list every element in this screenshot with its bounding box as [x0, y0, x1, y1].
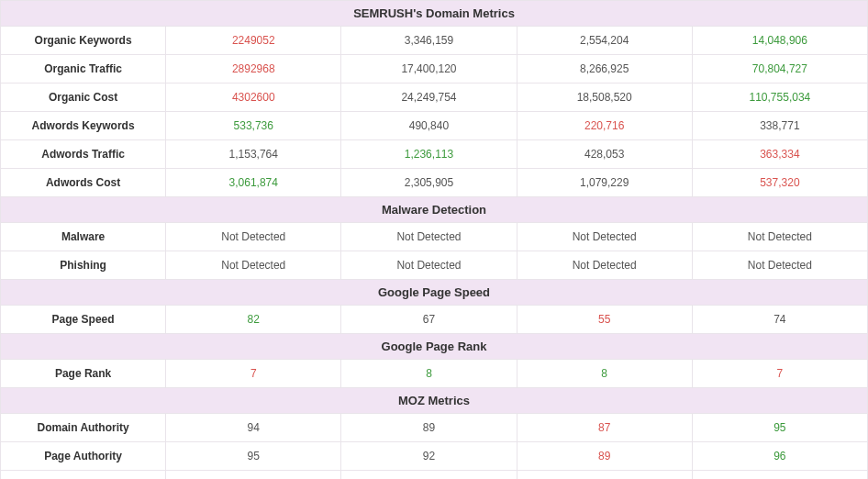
row-label: Page Speed: [1, 306, 166, 334]
row-label: Organic Cost: [1, 84, 166, 112]
metric-cell: 87: [517, 414, 692, 442]
metric-cell: 4302600: [166, 84, 341, 112]
metric-cell: 17,400,120: [341, 55, 517, 84]
metric-cell: Not Detected: [692, 223, 867, 251]
metric-cell: 24,249,754: [341, 84, 517, 112]
metric-cell: Not Detected: [517, 223, 692, 251]
metric-cell: 74: [692, 306, 867, 334]
section-header: Google Page Speed: [1, 280, 868, 306]
metric-cell: Not Detected: [341, 223, 517, 251]
metric-cell: Not Detected: [166, 223, 341, 251]
row-label: Page Authority: [1, 442, 166, 471]
table-row: Page Rank7887: [1, 360, 868, 388]
metric-cell: 18,508,520: [517, 84, 692, 112]
metric-cell: 67: [341, 306, 517, 334]
metric-cell: 363,334: [692, 140, 867, 169]
metric-cell: 7: [692, 360, 867, 388]
row-label: Organic Keywords: [1, 27, 166, 55]
section-header: SEMRUSH's Domain Metrics: [1, 1, 868, 27]
metric-cell: Not Detected: [341, 251, 517, 280]
metric-cell: 96: [692, 442, 867, 471]
metric-cell: 3,061,874: [166, 169, 341, 197]
metric-cell: 145,902: [341, 471, 517, 480]
section-header: Malware Detection: [1, 197, 868, 223]
metric-cell: 82: [166, 306, 341, 334]
metric-cell: 544,039: [166, 471, 341, 480]
row-label: Domain Authority: [1, 414, 166, 442]
table-row: Page Authority95928996: [1, 442, 868, 471]
table-row: Organic Cost430260024,249,75418,508,5201…: [1, 84, 868, 112]
row-label: Page Rank: [1, 360, 166, 388]
metric-cell: 95: [166, 442, 341, 471]
metric-cell: 1,079,229: [517, 169, 692, 197]
metric-cell: 533,736: [166, 112, 341, 140]
metric-cell: 14,048,906: [692, 27, 867, 55]
table-row: Adwords Keywords533,736490,840220,716338…: [1, 112, 868, 140]
metric-cell: 220,716: [517, 112, 692, 140]
metric-cell: 8: [341, 360, 517, 388]
metric-cell: Not Detected: [692, 251, 867, 280]
metric-cell: 490,840: [341, 112, 517, 140]
metric-cell: 95: [692, 414, 867, 442]
table-row: Adwords Traffic1,153,7641,236,113428,053…: [1, 140, 868, 169]
section-header: MOZ Metrics: [1, 388, 868, 414]
row-label: Adwords Cost: [1, 169, 166, 197]
row-label: External Links: [1, 471, 166, 480]
row-label: Adwords Keywords: [1, 112, 166, 140]
row-label: Phishing: [1, 251, 166, 280]
row-label: Organic Traffic: [1, 55, 166, 84]
metric-cell: 2249052: [166, 27, 341, 55]
metric-cell: 338,771: [692, 112, 867, 140]
table-row: Page Speed82675574: [1, 306, 868, 334]
metric-cell: 89: [341, 414, 517, 442]
metric-cell: 92: [341, 442, 517, 471]
metric-cell: 428,053: [517, 140, 692, 169]
metric-cell: Not Detected: [166, 251, 341, 280]
table-row: PhishingNot DetectedNot DetectedNot Dete…: [1, 251, 868, 280]
row-label: Adwords Traffic: [1, 140, 166, 169]
metric-cell: 1,236,113: [341, 140, 517, 169]
metric-cell: 2,305,905: [341, 169, 517, 197]
metric-cell: 8: [517, 360, 692, 388]
metric-cell: 2892968: [166, 55, 341, 84]
table-row: External Links544,039145,90234,7731,986,…: [1, 471, 868, 480]
metrics-table: SEMRUSH's Domain MetricsOrganic Keywords…: [0, 0, 868, 479]
section-header: Google Page Rank: [1, 334, 868, 360]
metric-cell: 3,346,159: [341, 27, 517, 55]
metric-cell: 34,773: [517, 471, 692, 480]
metric-cell: 94: [166, 414, 341, 442]
metric-cell: 7: [166, 360, 341, 388]
metric-cell: 537,320: [692, 169, 867, 197]
metric-cell: 1,986,657: [692, 471, 867, 480]
metric-cell: 1,153,764: [166, 140, 341, 169]
metric-cell: 2,554,204: [517, 27, 692, 55]
table-row: Organic Traffic289296817,400,1208,266,92…: [1, 55, 868, 84]
row-label: Malware: [1, 223, 166, 251]
table-row: Adwords Cost3,061,8742,305,9051,079,2295…: [1, 169, 868, 197]
metric-cell: 55: [517, 306, 692, 334]
table-row: Organic Keywords22490523,346,1592,554,20…: [1, 27, 868, 55]
metric-cell: 8,266,925: [517, 55, 692, 84]
metric-cell: 70,804,727: [692, 55, 867, 84]
metric-cell: Not Detected: [517, 251, 692, 280]
table-row: Domain Authority94898795: [1, 414, 868, 442]
metric-cell: 89: [517, 442, 692, 471]
metric-cell: 110,755,034: [692, 84, 867, 112]
table-row: MalwareNot DetectedNot DetectedNot Detec…: [1, 223, 868, 251]
